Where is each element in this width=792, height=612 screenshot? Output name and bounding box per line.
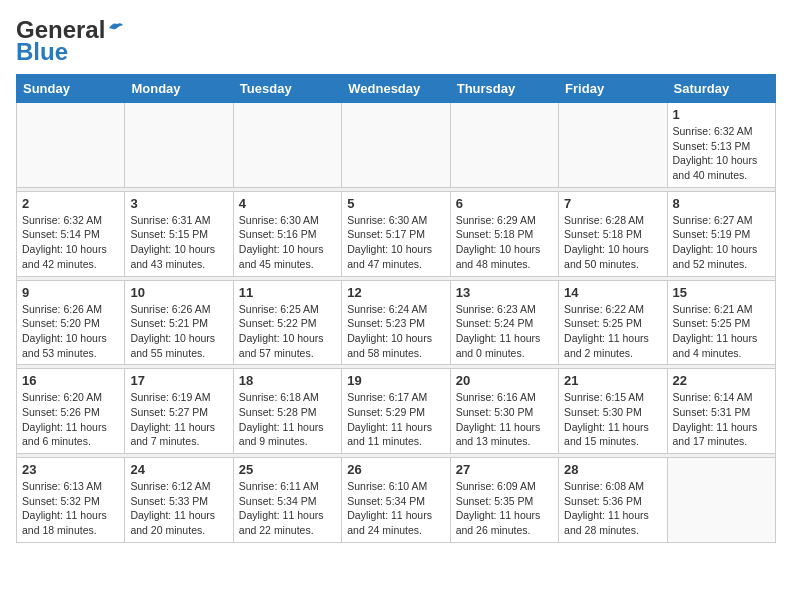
day-cell: 8Sunrise: 6:27 AM Sunset: 5:19 PM Daylig… bbox=[667, 191, 775, 276]
day-number: 10 bbox=[130, 285, 227, 300]
day-cell: 19Sunrise: 6:17 AM Sunset: 5:29 PM Dayli… bbox=[342, 369, 450, 454]
weekday-header-monday: Monday bbox=[125, 75, 233, 103]
day-number: 13 bbox=[456, 285, 553, 300]
day-info: Sunrise: 6:17 AM Sunset: 5:29 PM Dayligh… bbox=[347, 390, 444, 449]
day-info: Sunrise: 6:12 AM Sunset: 5:33 PM Dayligh… bbox=[130, 479, 227, 538]
day-info: Sunrise: 6:26 AM Sunset: 5:20 PM Dayligh… bbox=[22, 302, 119, 361]
day-cell: 25Sunrise: 6:11 AM Sunset: 5:34 PM Dayli… bbox=[233, 458, 341, 543]
day-cell bbox=[233, 103, 341, 188]
day-cell: 12Sunrise: 6:24 AM Sunset: 5:23 PM Dayli… bbox=[342, 280, 450, 365]
weekday-header-wednesday: Wednesday bbox=[342, 75, 450, 103]
day-number: 7 bbox=[564, 196, 661, 211]
page-header: General Blue bbox=[16, 16, 776, 66]
day-info: Sunrise: 6:28 AM Sunset: 5:18 PM Dayligh… bbox=[564, 213, 661, 272]
weekday-header-tuesday: Tuesday bbox=[233, 75, 341, 103]
day-number: 14 bbox=[564, 285, 661, 300]
day-cell: 11Sunrise: 6:25 AM Sunset: 5:22 PM Dayli… bbox=[233, 280, 341, 365]
day-cell: 15Sunrise: 6:21 AM Sunset: 5:25 PM Dayli… bbox=[667, 280, 775, 365]
day-cell: 17Sunrise: 6:19 AM Sunset: 5:27 PM Dayli… bbox=[125, 369, 233, 454]
day-info: Sunrise: 6:32 AM Sunset: 5:14 PM Dayligh… bbox=[22, 213, 119, 272]
week-row-1: 1Sunrise: 6:32 AM Sunset: 5:13 PM Daylig… bbox=[17, 103, 776, 188]
day-number: 6 bbox=[456, 196, 553, 211]
day-info: Sunrise: 6:31 AM Sunset: 5:15 PM Dayligh… bbox=[130, 213, 227, 272]
day-cell: 21Sunrise: 6:15 AM Sunset: 5:30 PM Dayli… bbox=[559, 369, 667, 454]
day-info: Sunrise: 6:14 AM Sunset: 5:31 PM Dayligh… bbox=[673, 390, 770, 449]
day-cell: 20Sunrise: 6:16 AM Sunset: 5:30 PM Dayli… bbox=[450, 369, 558, 454]
day-number: 4 bbox=[239, 196, 336, 211]
day-number: 11 bbox=[239, 285, 336, 300]
day-cell: 16Sunrise: 6:20 AM Sunset: 5:26 PM Dayli… bbox=[17, 369, 125, 454]
day-number: 1 bbox=[673, 107, 770, 122]
day-cell bbox=[125, 103, 233, 188]
day-info: Sunrise: 6:09 AM Sunset: 5:35 PM Dayligh… bbox=[456, 479, 553, 538]
day-cell: 3Sunrise: 6:31 AM Sunset: 5:15 PM Daylig… bbox=[125, 191, 233, 276]
day-cell: 10Sunrise: 6:26 AM Sunset: 5:21 PM Dayli… bbox=[125, 280, 233, 365]
day-info: Sunrise: 6:26 AM Sunset: 5:21 PM Dayligh… bbox=[130, 302, 227, 361]
day-cell: 13Sunrise: 6:23 AM Sunset: 5:24 PM Dayli… bbox=[450, 280, 558, 365]
day-cell: 24Sunrise: 6:12 AM Sunset: 5:33 PM Dayli… bbox=[125, 458, 233, 543]
day-info: Sunrise: 6:30 AM Sunset: 5:16 PM Dayligh… bbox=[239, 213, 336, 272]
day-cell bbox=[17, 103, 125, 188]
day-info: Sunrise: 6:25 AM Sunset: 5:22 PM Dayligh… bbox=[239, 302, 336, 361]
day-number: 2 bbox=[22, 196, 119, 211]
day-number: 23 bbox=[22, 462, 119, 477]
day-info: Sunrise: 6:19 AM Sunset: 5:27 PM Dayligh… bbox=[130, 390, 227, 449]
weekday-header-friday: Friday bbox=[559, 75, 667, 103]
day-number: 22 bbox=[673, 373, 770, 388]
day-info: Sunrise: 6:21 AM Sunset: 5:25 PM Dayligh… bbox=[673, 302, 770, 361]
day-cell: 1Sunrise: 6:32 AM Sunset: 5:13 PM Daylig… bbox=[667, 103, 775, 188]
day-number: 21 bbox=[564, 373, 661, 388]
day-info: Sunrise: 6:24 AM Sunset: 5:23 PM Dayligh… bbox=[347, 302, 444, 361]
day-number: 8 bbox=[673, 196, 770, 211]
day-number: 25 bbox=[239, 462, 336, 477]
day-info: Sunrise: 6:22 AM Sunset: 5:25 PM Dayligh… bbox=[564, 302, 661, 361]
day-cell: 26Sunrise: 6:10 AM Sunset: 5:34 PM Dayli… bbox=[342, 458, 450, 543]
day-info: Sunrise: 6:15 AM Sunset: 5:30 PM Dayligh… bbox=[564, 390, 661, 449]
day-number: 3 bbox=[130, 196, 227, 211]
day-info: Sunrise: 6:16 AM Sunset: 5:30 PM Dayligh… bbox=[456, 390, 553, 449]
day-cell: 22Sunrise: 6:14 AM Sunset: 5:31 PM Dayli… bbox=[667, 369, 775, 454]
day-number: 5 bbox=[347, 196, 444, 211]
weekday-header-sunday: Sunday bbox=[17, 75, 125, 103]
day-cell: 9Sunrise: 6:26 AM Sunset: 5:20 PM Daylig… bbox=[17, 280, 125, 365]
calendar: SundayMondayTuesdayWednesdayThursdayFrid… bbox=[16, 74, 776, 543]
logo-blue: Blue bbox=[16, 38, 68, 66]
weekday-header-thursday: Thursday bbox=[450, 75, 558, 103]
day-number: 12 bbox=[347, 285, 444, 300]
day-cell bbox=[342, 103, 450, 188]
day-cell: 6Sunrise: 6:29 AM Sunset: 5:18 PM Daylig… bbox=[450, 191, 558, 276]
day-info: Sunrise: 6:13 AM Sunset: 5:32 PM Dayligh… bbox=[22, 479, 119, 538]
day-number: 20 bbox=[456, 373, 553, 388]
day-number: 28 bbox=[564, 462, 661, 477]
day-number: 17 bbox=[130, 373, 227, 388]
day-info: Sunrise: 6:18 AM Sunset: 5:28 PM Dayligh… bbox=[239, 390, 336, 449]
day-cell bbox=[559, 103, 667, 188]
day-info: Sunrise: 6:20 AM Sunset: 5:26 PM Dayligh… bbox=[22, 390, 119, 449]
day-cell: 27Sunrise: 6:09 AM Sunset: 5:35 PM Dayli… bbox=[450, 458, 558, 543]
week-row-5: 23Sunrise: 6:13 AM Sunset: 5:32 PM Dayli… bbox=[17, 458, 776, 543]
day-info: Sunrise: 6:08 AM Sunset: 5:36 PM Dayligh… bbox=[564, 479, 661, 538]
day-info: Sunrise: 6:23 AM Sunset: 5:24 PM Dayligh… bbox=[456, 302, 553, 361]
weekday-header-saturday: Saturday bbox=[667, 75, 775, 103]
week-row-4: 16Sunrise: 6:20 AM Sunset: 5:26 PM Dayli… bbox=[17, 369, 776, 454]
day-cell: 23Sunrise: 6:13 AM Sunset: 5:32 PM Dayli… bbox=[17, 458, 125, 543]
day-number: 26 bbox=[347, 462, 444, 477]
logo: General Blue bbox=[16, 16, 125, 66]
logo-bird-icon bbox=[107, 20, 125, 35]
day-number: 27 bbox=[456, 462, 553, 477]
day-number: 24 bbox=[130, 462, 227, 477]
day-number: 18 bbox=[239, 373, 336, 388]
day-info: Sunrise: 6:30 AM Sunset: 5:17 PM Dayligh… bbox=[347, 213, 444, 272]
day-cell: 18Sunrise: 6:18 AM Sunset: 5:28 PM Dayli… bbox=[233, 369, 341, 454]
day-cell: 7Sunrise: 6:28 AM Sunset: 5:18 PM Daylig… bbox=[559, 191, 667, 276]
day-cell: 5Sunrise: 6:30 AM Sunset: 5:17 PM Daylig… bbox=[342, 191, 450, 276]
day-info: Sunrise: 6:29 AM Sunset: 5:18 PM Dayligh… bbox=[456, 213, 553, 272]
day-info: Sunrise: 6:10 AM Sunset: 5:34 PM Dayligh… bbox=[347, 479, 444, 538]
day-info: Sunrise: 6:27 AM Sunset: 5:19 PM Dayligh… bbox=[673, 213, 770, 272]
day-cell bbox=[667, 458, 775, 543]
day-number: 15 bbox=[673, 285, 770, 300]
day-number: 9 bbox=[22, 285, 119, 300]
weekday-header-row: SundayMondayTuesdayWednesdayThursdayFrid… bbox=[17, 75, 776, 103]
day-cell: 2Sunrise: 6:32 AM Sunset: 5:14 PM Daylig… bbox=[17, 191, 125, 276]
day-info: Sunrise: 6:11 AM Sunset: 5:34 PM Dayligh… bbox=[239, 479, 336, 538]
